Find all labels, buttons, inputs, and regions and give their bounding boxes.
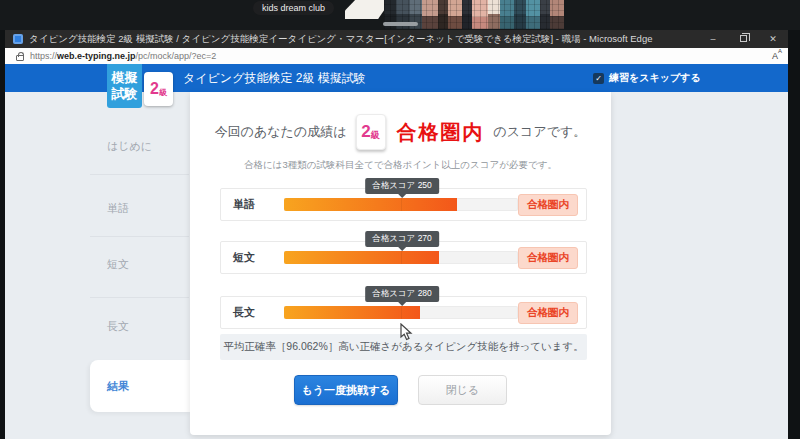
video-pixel-block xyxy=(540,0,550,29)
skip-practice-option[interactable]: ✓ 練習をスキップする xyxy=(593,64,701,92)
minimize-button[interactable]: – xyxy=(698,30,728,48)
score-category-label: 単語 xyxy=(233,197,284,212)
grade-suffix: 級 xyxy=(371,129,380,142)
grade-badge-header: 2 級 xyxy=(144,72,173,106)
status-badge: 合格圏内 xyxy=(518,194,578,216)
mock-exam-logo: 模擬 試験 xyxy=(107,64,142,108)
video-pixel-block xyxy=(500,0,514,29)
drag-handle[interactable] xyxy=(383,22,418,26)
lock-icon xyxy=(16,55,24,61)
pass-score-tooltip-text: 合格スコア 280 xyxy=(365,286,439,302)
video-pixel-block xyxy=(550,0,564,29)
tooltip-arrow-icon xyxy=(398,302,406,306)
participant-name-label: kids dream club xyxy=(253,1,334,15)
score-bar-track xyxy=(284,306,518,319)
pass-score-tooltip-text: 合格スコア 250 xyxy=(365,178,439,194)
tooltip-arrow-icon xyxy=(398,194,406,198)
video-pixel-block xyxy=(422,0,438,29)
video-call-strip: kids dream club xyxy=(0,0,800,30)
sidebar-item-short-sentences: 短文 xyxy=(107,257,129,272)
address-bar[interactable]: https://web.e-typing.ne.jp/pc/mock/app/?… xyxy=(5,48,788,64)
url-path: /pc/mock/app/?ec=2 xyxy=(136,51,217,61)
sidebar-item-results: 結果 xyxy=(90,360,191,412)
sidebar-item-long-sentences: 長文 xyxy=(107,319,129,334)
retry-button[interactable]: もう一度挑戦する xyxy=(294,375,398,405)
close-dialog-button[interactable]: 閉じる xyxy=(418,375,507,405)
pass-score-tooltip: 合格スコア 280 xyxy=(365,286,439,306)
skip-practice-label: 練習をスキップする xyxy=(609,71,701,85)
score-bar-fill xyxy=(284,198,457,211)
logo-line-2: 試験 xyxy=(107,86,142,102)
headline-prefix: 今回のあなたの成績は xyxy=(215,123,347,141)
grade-suffix: 級 xyxy=(159,87,167,98)
window-title: タイピング技能検定 2級 模擬試験 / タイピング技能検定イータイピング・マスタ… xyxy=(29,33,698,46)
sidebar-item-intro: はじめに xyxy=(107,139,152,154)
sidebar-divider xyxy=(90,297,189,298)
result-panel: 今回のあなたの成績は 2 級 合格圏内 のスコアです。 合格には3種類の試験科目… xyxy=(190,92,611,435)
pass-score-tooltip-text: 合格スコア 270 xyxy=(365,231,439,247)
status-badge: 合格圏内 xyxy=(518,302,578,324)
sidebar-divider xyxy=(90,236,189,237)
score-bar-fill xyxy=(284,251,438,264)
pass-score-tooltip: 合格スコア 250 xyxy=(365,178,439,198)
grade-badge-result: 2 級 xyxy=(356,114,386,150)
action-buttons: もう一度挑戦する 閉じる xyxy=(190,375,611,405)
grade-number: 2 xyxy=(361,122,370,142)
screen: kids dream club タイピング技能検定 2級 模擬試験 / タイピン… xyxy=(0,0,800,439)
checkbox-checked-icon[interactable]: ✓ xyxy=(593,73,604,84)
page-content: はじめに 単語 短文 長文 結果 今回のあなたの成績は 2 級 合格圏内 の xyxy=(5,92,788,439)
headline-suffix: のスコアです。 xyxy=(494,123,587,141)
sidebar-item-results-label: 結果 xyxy=(107,379,129,394)
sidebar-divider xyxy=(90,174,189,175)
pass-score-tooltip: 合格スコア 270 xyxy=(365,231,439,251)
score-bar-track xyxy=(284,198,518,211)
video-pixel-block xyxy=(438,0,448,29)
text-size-icon[interactable]: AA xyxy=(772,51,778,61)
tooltip-arrow-icon xyxy=(398,247,406,251)
pass-requirement-note: 合格には3種類の試験科目全てで合格ポイント以上のスコアが必要です。 xyxy=(190,159,611,172)
url-text[interactable]: https://web.e-typing.ne.jp/pc/mock/app/?… xyxy=(30,51,216,61)
video-pixel-block xyxy=(472,0,488,29)
browser-window: タイピング技能検定 2級 模擬試験 / タイピング技能検定イータイピング・マスタ… xyxy=(5,30,788,439)
video-pixel-block xyxy=(488,0,500,29)
score-category-label: 長文 xyxy=(233,305,284,320)
site-favicon-icon xyxy=(13,34,23,44)
video-pixel-block xyxy=(526,0,540,29)
verdict-text: 合格圏内 xyxy=(397,119,485,146)
sidebar-item-words: 単語 xyxy=(107,201,129,216)
app-title: タイピング技能検定 2級 模擬試験 xyxy=(183,64,366,92)
close-button[interactable]: ✕ xyxy=(758,30,788,48)
logo-line-1: 模擬 xyxy=(107,70,142,86)
restore-button[interactable] xyxy=(728,30,758,48)
video-pixel-block xyxy=(448,0,462,29)
result-headline: 今回のあなたの成績は 2 級 合格圏内 のスコアです。 xyxy=(190,112,611,152)
video-pixel-block xyxy=(462,0,472,29)
title-bar[interactable]: タイピング技能検定 2級 模擬試験 / タイピング技能検定イータイピング・マスタ… xyxy=(5,30,788,48)
restore-icon xyxy=(740,35,747,42)
mouse-cursor xyxy=(400,323,413,342)
score-bar-track xyxy=(284,251,518,264)
url-domain: web.e-typing.ne.jp xyxy=(57,51,136,61)
grade-number: 2 xyxy=(150,80,159,98)
score-category-label: 短文 xyxy=(233,250,284,265)
video-pixel-block xyxy=(514,0,526,29)
url-protocol: https:// xyxy=(30,51,57,61)
status-badge: 合格圏内 xyxy=(518,247,578,269)
score-bar-fill xyxy=(284,306,419,319)
